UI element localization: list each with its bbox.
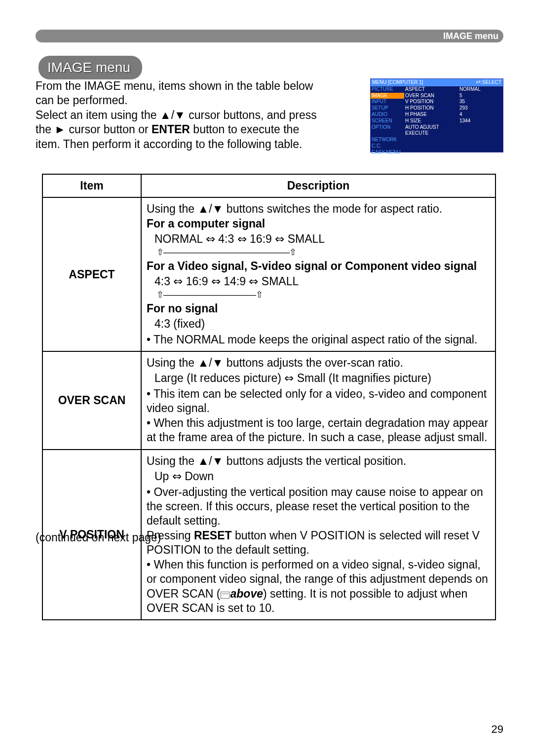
osd-col-mid [404, 137, 458, 143]
osd-row: IMAGEOVER SCAN5 [371, 93, 503, 99]
aspect-loop2: ⇧———————————⇧ [156, 289, 490, 301]
osd-col-left: OPTION [371, 124, 404, 137]
osd-col-mid: H SIZE [404, 118, 458, 124]
page-number: 29 [492, 722, 503, 736]
osd-row: PICTUREASPECTNORMAL [371, 86, 503, 93]
osd-col-mid [404, 143, 458, 150]
overscan-line1: Using the ▲/▼ buttons adjusts the over-s… [147, 356, 403, 369]
osd-title-bar: MENU [COMPUTER 1] ⮂:SELECT [371, 79, 503, 86]
osd-row: INPUTV POSITION35 [371, 99, 503, 105]
osd-col-right [458, 124, 503, 137]
vpos-seq: Up ⇔ Down [154, 469, 214, 484]
vpos-reset-bold: RESET [194, 529, 232, 542]
cell-aspect-desc: Using the ▲/▼ buttons switches the mode … [141, 197, 495, 351]
continued-note: (continued on next page) [36, 530, 161, 545]
aspect-sub2: For a Video signal, S-video signal or Co… [147, 260, 477, 272]
osd-col-left: EASY MENU [371, 150, 404, 156]
intro-enter-bold: ENTER [152, 123, 190, 136]
vpos-b1a: • Over-adjusting the vertical position m… [147, 486, 483, 528]
osd-row: EASY MENU [371, 150, 503, 156]
osd-col-left: SCREEN [371, 118, 404, 124]
aspect-sub3: For no signal [147, 302, 218, 315]
osd-col-left: PICTURE [371, 86, 404, 93]
aspect-seq1: NORMAL ⇔ 4:3 ⇔ 16:9 ⇔ SMALL [154, 232, 325, 246]
osd-col-left: NETWORK [371, 137, 404, 143]
cell-overscan-name: OVER SCAN [42, 351, 141, 450]
book-icon [221, 592, 229, 599]
osd-row: C.C. [371, 143, 503, 150]
osd-col-left: AUDIO [371, 112, 404, 118]
osd-col-right [458, 150, 503, 156]
osd-col-left: IMAGE [371, 93, 404, 99]
osd-col-mid: ASPECT [404, 86, 458, 93]
overscan-b1: • This item can be selected only for a v… [147, 387, 487, 415]
osd-row: SCREENH SIZE1344 [371, 118, 503, 124]
osd-col-right: 4 [458, 112, 503, 118]
osd-col-mid: AUTO ADJUST EXECUTE [404, 124, 458, 137]
aspect-loop1: ⇧———————————————⇧ [156, 247, 490, 258]
header-label: IMAGE menu [443, 30, 498, 42]
aspect-seq2: 4:3 ⇔ 16:9 ⇔ 14:9 ⇔ SMALL [154, 274, 299, 289]
page-title: IMAGE menu [38, 56, 142, 79]
osd-col-left: SETUP [371, 105, 404, 112]
osd-col-right: 1344 [458, 118, 503, 124]
osd-col-right: 5 [458, 93, 503, 99]
osd-col-mid: OVER SCAN [404, 93, 458, 99]
aspect-sub1: For a computer signal [147, 217, 265, 230]
aspect-line1: Using the ▲/▼ buttons switches the mode … [147, 202, 442, 215]
aspect-note: • The NORMAL mode keeps the original asp… [147, 333, 477, 346]
osd-col-right [458, 137, 503, 143]
osd-row: OPTIONAUTO ADJUST EXECUTE [371, 124, 503, 137]
osd-row: NETWORK [371, 137, 503, 143]
overscan-b2: • When this adjustment is too large, cer… [147, 416, 488, 444]
osd-row: SETUPH POSITION293 [371, 105, 503, 112]
osd-col-left: INPUT [371, 99, 404, 105]
vpos-line1: Using the ▲/▼ buttons adjusts the vertic… [147, 454, 406, 467]
cell-overscan-desc: Using the ▲/▼ buttons adjusts the over-s… [141, 351, 495, 450]
th-desc: Description [141, 174, 495, 197]
intro-block: From the IMAGE menu, items shown in the … [36, 79, 327, 151]
osd-col-mid: H PHASE [404, 112, 458, 118]
intro-line1: From the IMAGE menu, items shown in the … [36, 79, 313, 107]
osd-col-right [458, 143, 503, 150]
th-item: Item [42, 174, 141, 197]
header-strip: IMAGE menu [36, 30, 503, 42]
aspect-seq3: 4:3 (fixed) [154, 317, 205, 331]
osd-title-left: MENU [COMPUTER 1] [372, 79, 423, 86]
osd-menu-preview: MENU [COMPUTER 1] ⮂:SELECT PICTUREASPECT… [370, 78, 503, 152]
cell-aspect-name: ASPECT [42, 197, 141, 351]
osd-col-left: C.C. [371, 143, 404, 150]
osd-col-mid [404, 150, 458, 156]
osd-col-mid: V POSITION [404, 99, 458, 105]
overscan-seq: Large (It reduces picture) ⇔ Small (It m… [154, 371, 431, 385]
osd-row: AUDIOH PHASE4 [371, 112, 503, 118]
osd-col-mid: H POSITION [404, 105, 458, 112]
osd-col-right: NORMAL [458, 86, 503, 93]
cell-vpos-desc: Using the ▲/▼ buttons adjusts the vertic… [141, 450, 495, 620]
osd-col-right: 35 [458, 99, 503, 105]
osd-col-right: 293 [458, 105, 503, 112]
description-table: Item Description ASPECT Using the ▲/▼ bu… [42, 174, 496, 620]
vpos-ref: above [230, 587, 263, 600]
osd-title-right: ⮂:SELECT [476, 79, 501, 86]
